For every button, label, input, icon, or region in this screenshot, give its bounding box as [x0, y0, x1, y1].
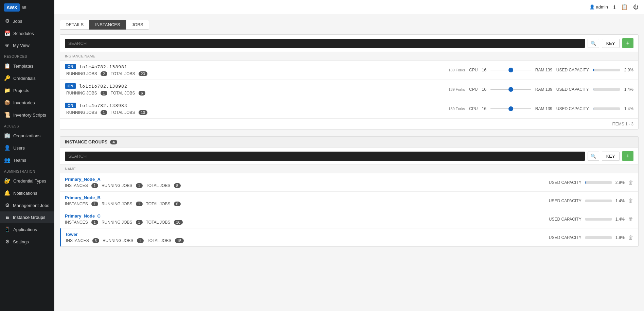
ig-capacity-pct: 2.9%: [615, 180, 625, 185]
ig-row-tower: tower INSTANCES 3 RUNNING JOBS 1 TOTAL J…: [60, 228, 638, 246]
tab-instances[interactable]: INSTANCES: [89, 20, 126, 30]
capacity-bar: [593, 107, 620, 110]
capacity-bar: [593, 69, 620, 71]
ig-name-link[interactable]: tower: [66, 232, 549, 237]
ig-search-input[interactable]: [65, 152, 585, 161]
ig-stats: INSTANCES 1 RUNNING JOBS 1 TOTAL JOBS 6: [65, 202, 549, 206]
instances-key-button[interactable]: KEY: [602, 39, 620, 48]
ig-search-button[interactable]: 🔍: [588, 152, 599, 161]
ig-name-link[interactable]: Primary_Node_B: [65, 195, 549, 200]
ig-delete-button[interactable]: 🗑: [628, 216, 633, 222]
ig-total-jobs-count: 6: [174, 202, 181, 206]
ig-count-badge: 4: [110, 140, 117, 144]
sidebar-item-credentials[interactable]: 🔑 Credentials: [0, 72, 54, 84]
ig-running-jobs-count: 1: [136, 183, 143, 188]
ig-running-jobs-count: 1: [136, 220, 143, 225]
sidebar-label-applications: Applications: [13, 227, 37, 232]
sidebar-item-credential-types[interactable]: 🔐 Credential Types: [0, 175, 54, 187]
sidebar-label-schedules: Schedules: [13, 31, 34, 36]
ig-delete-button[interactable]: 🗑: [628, 198, 633, 204]
sidebar-item-users[interactable]: 👤 Users: [0, 142, 54, 154]
cpu-label: CPU: [469, 87, 478, 92]
projects-icon: 📁: [4, 87, 11, 93]
ig-left: Primary_Node_B INSTANCES 1 RUNNING JOBS …: [65, 195, 549, 206]
ig-capacity-pct: 1.9%: [615, 235, 625, 240]
total-jobs-count: 23: [139, 71, 147, 76]
ig-capacity-bar: [585, 236, 612, 239]
sidebar-label-templates: Templates: [13, 64, 33, 69]
ig-key-button[interactable]: KEY: [602, 152, 620, 161]
ig-instances-label: INSTANCES: [65, 220, 88, 225]
ig-instances-count: 1: [91, 220, 98, 225]
sidebar-item-inventories[interactable]: 📦 Inventories: [0, 97, 54, 109]
ig-name-link[interactable]: Primary_Node_A: [65, 177, 549, 182]
ig-panel-header: INSTANCE GROUPS 4: [60, 137, 638, 148]
instances-search-input[interactable]: [65, 39, 585, 48]
ig-add-button[interactable]: +: [622, 151, 633, 161]
sidebar-item-inventory-scripts[interactable]: 📜 Inventory Scripts: [0, 109, 54, 121]
instance-row: ON lo1c1o782.138982 RUNNING JOBS 1 TOTAL…: [60, 80, 638, 99]
ig-search-row: 🔍 KEY +: [60, 148, 638, 165]
ig-col-header: NAME: [60, 165, 638, 173]
instance-name: lo1c4o782.138983: [79, 103, 127, 108]
ig-delete-button[interactable]: 🗑: [628, 235, 633, 241]
ig-right: USED CAPACITY 1.4% 🗑: [549, 216, 633, 222]
ig-stats: INSTANCES 1 RUNNING JOBS 1 TOTAL JOBS 10: [65, 220, 549, 225]
cpu-value: 16: [482, 87, 486, 92]
main-content: DETAILS INSTANCES JOBS 🔍 KEY + INSTANCE …: [54, 14, 644, 311]
capacity-pct: 1.4%: [624, 106, 633, 111]
used-capacity-label: USED CAPACITY: [556, 87, 589, 92]
ig-name-link[interactable]: Primary_Node_C: [65, 213, 549, 219]
sidebar-item-teams[interactable]: 👥 Teams: [0, 154, 54, 166]
sidebar-item-instance-groups[interactable]: 🖥 Instance Groups: [0, 211, 54, 223]
used-capacity-label: USED CAPACITY: [556, 68, 589, 72]
capacity-bar: [593, 88, 620, 91]
sidebar-label-inventory-scripts: Inventory Scripts: [13, 113, 46, 118]
capacity-pct: 1.4%: [624, 87, 633, 92]
ig-row: Primary_Node_B INSTANCES 1 RUNNING JOBS …: [60, 192, 638, 210]
running-jobs-label: RUNNING JOBS: [66, 71, 97, 76]
access-label: ACCESS: [0, 121, 54, 129]
applications-icon: 📱: [4, 226, 11, 232]
sidebar-item-settings[interactable]: ⚙ Settings: [0, 236, 54, 248]
instances-search-button[interactable]: 🔍: [588, 39, 599, 48]
credentials-icon: 🔑: [4, 75, 11, 81]
inventory-scripts-icon: 📜: [4, 112, 11, 118]
cpu-label: CPU: [469, 106, 478, 111]
sidebar-item-applications[interactable]: 📱 Applications: [0, 223, 54, 236]
clipboard-icon[interactable]: 📋: [621, 4, 628, 10]
ig-left: Primary_Node_C INSTANCES 1 RUNNING JOBS …: [65, 213, 549, 225]
sidebar-item-management-jobs[interactable]: ⚙ Management Jobs: [0, 199, 54, 211]
username: admin: [596, 4, 608, 10]
sidebar-label-inventories: Inventories: [13, 100, 35, 105]
ig-delete-button[interactable]: 🗑: [628, 179, 633, 186]
sidebar-item-organizations[interactable]: 🏢 Organizations: [0, 129, 54, 142]
capacity-pct: 2.9%: [624, 68, 633, 72]
ram-label: RAM 139: [535, 106, 552, 111]
sidebar-label-notifications: Notifications: [13, 191, 37, 196]
info-icon[interactable]: ℹ: [613, 4, 615, 10]
sidebar-item-jobs[interactable]: ⚙ Jobs: [0, 15, 54, 27]
tab-details[interactable]: DETAILS: [60, 20, 89, 30]
sidebar-label-teams: Teams: [13, 158, 26, 163]
instance-row: ON lo1c4o782.138981 RUNNING JOBS 2 TOTAL…: [60, 61, 638, 80]
sidebar-item-projects[interactable]: 📁 Projects: [0, 84, 54, 97]
power-icon[interactable]: ⏻: [633, 4, 639, 10]
sidebar-item-schedules[interactable]: 📅 Schedules: [0, 27, 54, 39]
tab-jobs[interactable]: JOBS: [126, 20, 149, 30]
templates-icon: 📋: [4, 63, 11, 69]
sidebar-item-notifications[interactable]: 🔔 Notifications: [0, 187, 54, 199]
sidebar-item-my-view[interactable]: 👁 My View: [0, 39, 54, 51]
sidebar-label-credential-types: Credential Types: [13, 178, 46, 184]
instances-add-button[interactable]: +: [622, 38, 633, 48]
cpu-slider: [490, 70, 531, 70]
forks-label: 139 Forks: [448, 68, 465, 72]
running-jobs-label: RUNNING JOBS: [66, 91, 97, 96]
ig-stats: INSTANCES 3 RUNNING JOBS 1 TOTAL JOBS 15: [66, 238, 549, 243]
management-jobs-icon: ⚙: [4, 202, 10, 208]
sidebar-label-organizations: Organizations: [13, 133, 40, 138]
instance-name: lo1c1o782.138982: [79, 84, 127, 89]
total-jobs-label: TOTAL JOBS: [111, 71, 135, 76]
ig-total-jobs-count: 15: [175, 238, 184, 243]
sidebar-item-templates[interactable]: 📋 Templates: [0, 60, 54, 72]
